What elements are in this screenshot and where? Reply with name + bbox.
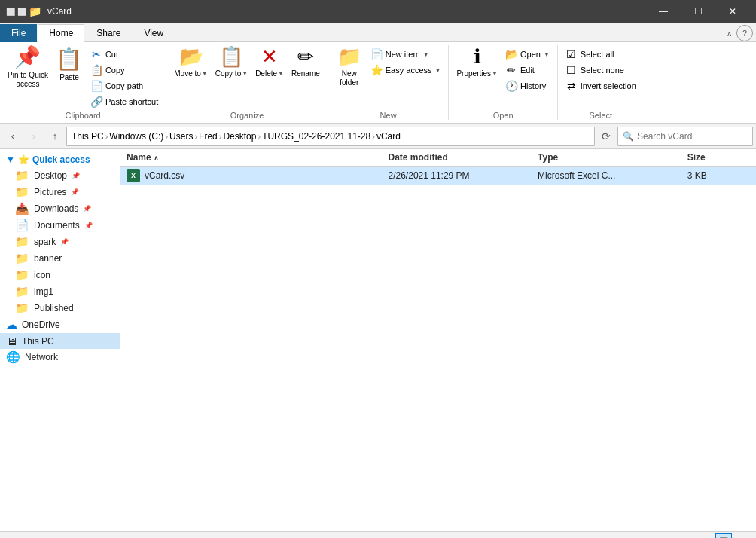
sidebar-item-onedrive[interactable]: ☁ OneDrive xyxy=(0,316,120,333)
copy-path-label: Copy path xyxy=(105,81,143,90)
copy-to-button[interactable]: 📋 Copy to ▼ xyxy=(212,45,251,95)
desktop-pin-icon: 📌 xyxy=(72,172,80,179)
select-all-button[interactable]: ☑ Select all xyxy=(562,47,639,62)
new-label: New xyxy=(333,109,444,120)
move-to-button[interactable]: 📂 Move to ▼ xyxy=(171,45,211,95)
close-button[interactable]: ✕ xyxy=(715,0,750,23)
search-icon: 🔍 xyxy=(623,131,634,142)
paste-shortcut-button[interactable]: 🔗 Paste shortcut xyxy=(87,94,161,109)
edit-label: Edit xyxy=(520,66,535,75)
pin-icon: 📌 xyxy=(14,47,41,68)
sidebar-item-pictures[interactable]: 📁 Pictures 📌 xyxy=(0,184,120,200)
new-item-button[interactable]: 📄 New item ▼ xyxy=(367,47,444,62)
title-bar: ⬜ ⬜ 📁 vCard — ☐ ✕ xyxy=(0,0,756,23)
open-label: Open xyxy=(453,109,552,120)
move-to-arrow: ▼ xyxy=(202,70,208,77)
quick-access-arrow: ▼ xyxy=(6,154,15,165)
view-toggle-buttons: ☰ ⊞ xyxy=(715,533,750,539)
sidebar-item-this-pc[interactable]: 🖥 This PC xyxy=(0,333,120,349)
sidebar-item-icon[interactable]: 📁 icon xyxy=(0,267,120,283)
open-buttons: ℹ Properties ▼ 📂 Open ▼ ✏ Edit 🕐 xyxy=(453,45,552,109)
column-size[interactable]: Size xyxy=(681,149,756,167)
new-small-group: 📄 New item ▼ ⭐ Easy access ▼ xyxy=(367,45,444,78)
tab-home[interactable]: Home xyxy=(38,24,84,42)
sidebar-item-documents[interactable]: 📄 Documents 📌 xyxy=(0,217,120,234)
up-button[interactable]: ↑ xyxy=(45,127,65,146)
properties-button[interactable]: ℹ Properties ▼ xyxy=(453,45,501,95)
network-icon: 🌐 xyxy=(6,350,20,364)
window-title: vCard xyxy=(47,6,646,17)
paste-shortcut-icon: 🔗 xyxy=(90,96,102,108)
maximize-button[interactable]: ☐ xyxy=(681,0,715,23)
search-input[interactable] xyxy=(637,131,750,142)
published-folder-icon: 📁 xyxy=(15,301,29,315)
paste-label: Paste xyxy=(59,73,79,82)
sidebar-item-spark[interactable]: 📁 spark 📌 xyxy=(0,234,120,250)
column-date[interactable]: Date modified xyxy=(383,149,532,167)
table-row[interactable]: X vCard.csv 2/26/2021 11:29 PM Microsoft… xyxy=(120,167,756,185)
ribbon: 📌 Pin to Quick access 📋 Paste ✂ Cut 📋 Co… xyxy=(0,42,756,124)
back-button[interactable]: ‹ xyxy=(3,127,23,146)
tab-share[interactable]: Share xyxy=(85,24,132,42)
ribbon-group-new: 📁 New folder 📄 New item ▼ ⭐ Easy access … xyxy=(328,45,450,120)
new-folder-button[interactable]: 📁 New folder xyxy=(333,45,366,95)
easy-access-label: Easy access xyxy=(386,66,432,75)
history-button[interactable]: 🕐 History xyxy=(502,78,553,93)
path-segment-5: TURGS_02-26-2021 11-28 xyxy=(262,131,370,142)
rename-label: Rename xyxy=(291,69,320,78)
delete-icon: ✕ xyxy=(261,47,278,66)
invert-selection-button[interactable]: ⇄ Invert selection xyxy=(562,78,639,93)
delete-button[interactable]: ✕ Delete ▼ xyxy=(252,45,287,95)
file-area[interactable]: Name ∧ Date modified Type Size xyxy=(120,149,756,531)
rename-button[interactable]: ✏ Rename xyxy=(288,45,323,95)
sidebar-item-img1[interactable]: 📁 img1 xyxy=(0,283,120,300)
open-icon: 📂 xyxy=(505,48,517,60)
downloads-pin-icon: 📌 xyxy=(83,205,91,212)
organize-buttons: 📂 Move to ▼ 📋 Copy to ▼ ✕ Delete ▼ xyxy=(171,45,323,109)
ribbon-group-clipboard: 📌 Pin to Quick access 📋 Paste ✂ Cut 📋 Co… xyxy=(0,45,166,120)
select-none-button[interactable]: ☐ Select none xyxy=(562,63,639,78)
pin-to-quick-access-button[interactable]: 📌 Pin to Quick access xyxy=(5,45,51,95)
sidebar-item-network[interactable]: 🌐 Network xyxy=(0,349,120,365)
tab-view[interactable]: View xyxy=(133,24,175,42)
history-label: History xyxy=(520,81,546,90)
new-buttons: 📁 New folder 📄 New item ▼ ⭐ Easy access … xyxy=(333,45,444,109)
edit-button[interactable]: ✏ Edit xyxy=(502,63,553,78)
search-box: 🔍 xyxy=(617,127,753,146)
edit-icon: ✏ xyxy=(505,64,517,76)
minimize-button[interactable]: — xyxy=(646,0,681,23)
img1-folder-icon: 📁 xyxy=(15,285,29,298)
copy-button-2[interactable]: 📋 Copy xyxy=(87,63,161,78)
column-type[interactable]: Type xyxy=(532,149,681,167)
help-button[interactable]: ? xyxy=(736,25,753,41)
large-icons-view-button[interactable]: ⊞ xyxy=(733,533,750,539)
copy-icon: ✂ xyxy=(90,48,102,60)
sidebar-item-downloads[interactable]: 📥 Downloads 📌 xyxy=(0,200,120,217)
invert-selection-icon: ⇄ xyxy=(565,80,578,92)
file-date-cell: 2/26/2021 11:29 PM xyxy=(383,167,532,185)
sidebar-item-desktop[interactable]: 📁 Desktop 📌 xyxy=(0,167,120,184)
sidebar-item-banner[interactable]: 📁 banner xyxy=(0,250,120,267)
paste-button[interactable]: 📋 Paste xyxy=(53,47,86,84)
easy-access-button[interactable]: ⭐ Easy access ▼ xyxy=(367,63,444,78)
details-view-button[interactable]: ☰ xyxy=(715,533,732,539)
tab-file[interactable]: File xyxy=(0,24,37,42)
rename-icon: ✏ xyxy=(297,47,314,66)
copy-path-button[interactable]: 📄 Copy path xyxy=(87,78,161,93)
quick-access-header[interactable]: ▼ ⭐ Quick access xyxy=(0,152,120,167)
properties-label: Properties xyxy=(456,69,491,78)
address-path[interactable]: This PC › Windows (C:) › Users › Fred › … xyxy=(66,127,595,146)
open-button[interactable]: 📂 Open ▼ xyxy=(502,47,553,62)
select-small-group: ☑ Select all ☐ Select none ⇄ Invert sele… xyxy=(562,45,639,93)
column-name[interactable]: Name ∧ xyxy=(120,149,383,167)
sidebar-item-published[interactable]: 📁 Published xyxy=(0,300,120,316)
desktop-folder-icon: 📁 xyxy=(15,169,29,182)
copy-button[interactable]: ✂ Cut xyxy=(87,47,161,62)
ribbon-help-area: ∧ ? xyxy=(724,25,756,41)
path-segment-0: This PC xyxy=(72,131,104,142)
new-item-arrow: ▼ xyxy=(423,51,429,58)
refresh-button[interactable]: ⟳ xyxy=(596,127,616,146)
history-icon: 🕐 xyxy=(505,80,517,92)
ribbon-collapse-button[interactable]: ∧ xyxy=(724,28,735,39)
forward-button[interactable]: › xyxy=(24,127,44,146)
